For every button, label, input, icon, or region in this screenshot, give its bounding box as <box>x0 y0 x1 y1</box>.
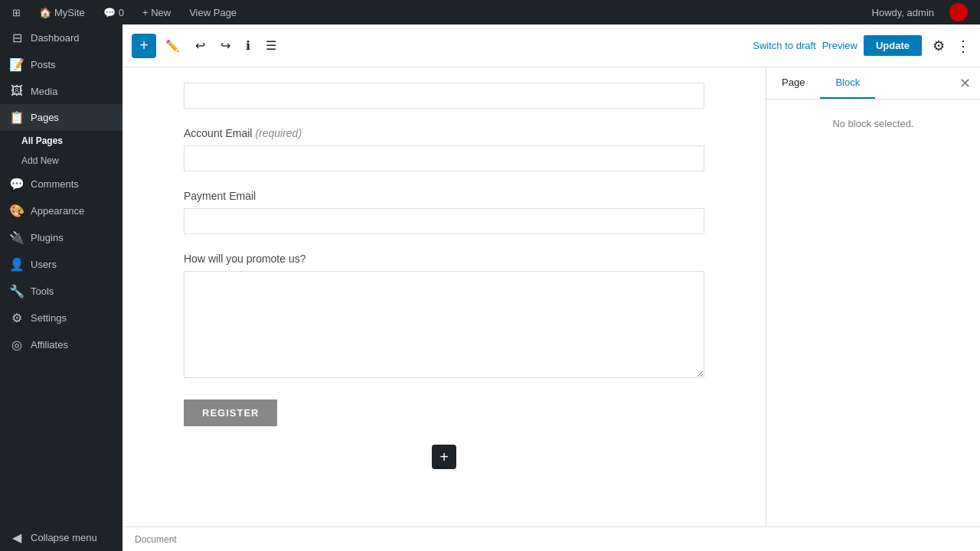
add-block-canvas-button[interactable]: + <box>432 445 456 469</box>
dashboard-icon: ⊟ <box>9 31 24 45</box>
undo-icon: ↩ <box>195 38 205 53</box>
account-email-label: Account Email (required) <box>184 127 704 139</box>
sidebar-item-posts[interactable]: 📝 Posts <box>0 51 122 78</box>
info-button[interactable]: ℹ <box>240 34 256 57</box>
switch-to-draft-button[interactable]: Switch to draft <box>753 40 815 51</box>
no-block-text: No block selected. <box>832 118 913 129</box>
sidebar-item-comments[interactable]: 💬 Comments <box>0 171 122 197</box>
sidebar-label-media: Media <box>31 86 57 97</box>
site-name-link[interactable]: 🏠 MySite <box>36 7 88 18</box>
tab-page[interactable]: Page <box>766 67 820 99</box>
update-label: Update <box>876 40 910 51</box>
howdy-text: Howdy, admin <box>872 7 934 18</box>
editor-toolbar: + ✏️ ↩ ↪ ℹ ☰ Switch to draft <box>122 24 980 67</box>
main-layout: ⊟ Dashboard 📝 Posts 🖼 Media 📋 Pages All … <box>0 24 980 551</box>
sidebar-label-pages: Pages <box>31 112 59 123</box>
settings-panel-button[interactable]: ⚙ <box>928 33 949 59</box>
posts-icon: 📝 <box>9 57 24 72</box>
promote-textarea[interactable] <box>184 271 704 378</box>
gear-icon: ⚙ <box>933 38 945 54</box>
register-button[interactable]: REGISTER <box>184 399 277 426</box>
sidebar-label-settings: Settings <box>31 312 67 324</box>
more-options-button[interactable]: ⋮ <box>956 37 971 55</box>
preview-label: Preview <box>822 40 858 51</box>
sidebar-item-tools[interactable]: 🔧 Tools <box>0 278 122 305</box>
sidebar-subitem-add-new[interactable]: Add New <box>0 151 122 171</box>
account-email-input[interactable] <box>184 145 704 171</box>
payment-email-label: Payment Email <box>184 190 704 202</box>
users-icon: 👤 <box>9 257 24 272</box>
comments-link[interactable]: 💬 0 <box>100 7 127 18</box>
comments-count: 0 <box>119 7 124 18</box>
close-icon: ✕ <box>959 76 971 91</box>
pencil-icon: ✏️ <box>165 39 180 53</box>
add-new-label: Add New <box>21 155 59 166</box>
view-page-link[interactable]: View Page <box>186 7 240 18</box>
editor-wrapper: + ✏️ ↩ ↪ ℹ ☰ Switch to draft <box>122 24 980 551</box>
add-block-toolbar-button[interactable]: + <box>132 34 156 58</box>
settings-icon: ⚙ <box>9 311 24 325</box>
form-field-top <box>184 83 704 109</box>
sidebar-label-dashboard: Dashboard <box>31 32 80 44</box>
sidebar-item-appearance[interactable]: 🎨 Appearance <box>0 197 122 224</box>
tools-icon: 🔧 <box>9 284 24 298</box>
add-icon: + <box>139 37 149 54</box>
sidebar-item-plugins[interactable]: 🔌 Plugins <box>0 224 122 251</box>
bottom-bar: Document <box>122 527 980 551</box>
sidebar-label-comments: Comments <box>31 178 79 190</box>
undo-button[interactable]: ↩ <box>189 34 211 57</box>
wp-logo-link[interactable]: ⊞ <box>9 7 24 18</box>
panel-close-button[interactable]: ✕ <box>950 69 980 98</box>
register-label: REGISTER <box>202 407 259 419</box>
add-block-icon: + <box>439 448 449 466</box>
list-icon: ☰ <box>266 38 276 53</box>
all-pages-label: All Pages <box>21 135 63 146</box>
tab-block[interactable]: Block <box>820 67 875 99</box>
toolbar-right: Switch to draft Preview Update ⚙ ⋮ <box>753 33 971 59</box>
avatar-icon <box>949 3 968 21</box>
right-panel-tabs: Page Block ✕ <box>766 67 980 99</box>
page-tab-label: Page <box>782 77 805 88</box>
new-content-link[interactable]: + New <box>139 7 174 18</box>
page-canvas[interactable]: Account Email (required) Payment Email H… <box>122 67 766 527</box>
required-indicator: (required) <box>255 127 302 139</box>
editor-content-area: Account Email (required) Payment Email H… <box>122 67 980 527</box>
form-field-account-email: Account Email (required) <box>184 127 704 171</box>
pages-icon: 📋 <box>9 110 24 125</box>
preview-button[interactable]: Preview <box>822 40 858 51</box>
sidebar-label-affiliates: Affiliates <box>31 339 68 350</box>
ellipsis-icon: ⋮ <box>956 37 971 54</box>
plugins-icon: 🔌 <box>9 230 24 245</box>
update-button[interactable]: Update <box>864 35 922 56</box>
sidebar-item-affiliates[interactable]: ◎ Affiliates <box>0 331 122 358</box>
block-tab-label: Block <box>835 77 860 88</box>
sidebar-item-pages[interactable]: 📋 Pages <box>0 104 122 131</box>
payment-email-input[interactable] <box>184 208 704 234</box>
top-field-input[interactable] <box>184 83 704 109</box>
edit-mode-button[interactable]: ✏️ <box>159 34 186 57</box>
sidebar-label-users: Users <box>31 259 57 270</box>
affiliates-icon: ◎ <box>9 337 24 352</box>
list-view-button[interactable]: ☰ <box>260 34 283 57</box>
redo-button[interactable]: ↪ <box>214 34 237 57</box>
comments-icon: 💬 <box>103 7 116 18</box>
sidebar-label-plugins: Plugins <box>31 232 64 243</box>
sidebar-item-media[interactable]: 🖼 Media <box>0 78 122 104</box>
sidebar-item-dashboard[interactable]: ⊟ Dashboard <box>0 24 122 51</box>
document-label: Document <box>135 534 177 545</box>
sidebar-item-users[interactable]: 👤 Users <box>0 251 122 278</box>
wp-logo-icon: ⊞ <box>12 7 21 18</box>
switch-draft-label: Switch to draft <box>753 40 815 51</box>
form-field-promote: How will you promote us? <box>184 253 704 381</box>
collapse-menu-button[interactable]: ◀ Collapse menu <box>0 524 122 551</box>
media-icon: 🖼 <box>9 84 24 98</box>
sidebar-item-settings[interactable]: ⚙ Settings <box>0 305 122 331</box>
admin-bar: ⊞ 🏠 MySite 💬 0 + New View Page Howdy, ad… <box>0 0 980 24</box>
sidebar-label-appearance: Appearance <box>31 205 84 217</box>
sidebar-label-posts: Posts <box>31 59 56 70</box>
admin-avatar[interactable] <box>946 3 971 21</box>
sidebar: ⊟ Dashboard 📝 Posts 🖼 Media 📋 Pages All … <box>0 24 122 551</box>
sidebar-subitem-all-pages[interactable]: All Pages <box>0 131 122 151</box>
comments-sidebar-icon: 💬 <box>9 177 24 191</box>
new-label: + New <box>142 7 171 18</box>
